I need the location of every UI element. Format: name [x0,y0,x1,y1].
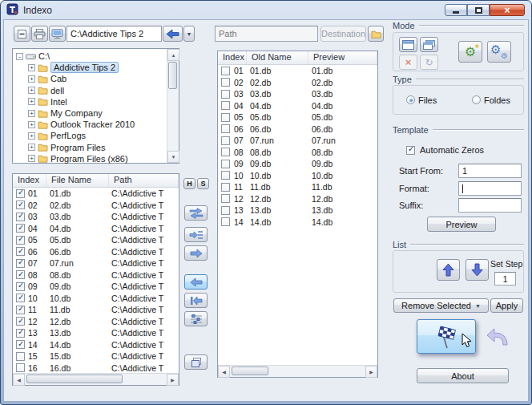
tree-item[interactable]: +Intel [14,96,166,107]
file-row[interactable]: 1414.dbC:\Addictive T [13,339,179,351]
row-checkbox[interactable] [16,306,25,314]
mode-auto-config-button[interactable]: ⚙★ [458,41,482,63]
row-checkbox[interactable] [221,124,230,133]
maximize-button[interactable] [467,4,490,16]
row-checkbox[interactable] [221,136,230,145]
column-header-preview[interactable]: Preview [308,51,377,64]
tree-item[interactable]: +dell [14,85,166,96]
row-checkbox[interactable] [221,78,230,87]
print-button[interactable] [31,26,48,42]
preview-row[interactable]: 0808.db08.db [218,147,377,159]
file-row[interactable]: 1111.dbC:\Addictive T [13,304,179,316]
about-button[interactable]: About [417,368,509,383]
file-row[interactable]: 1313.dbC:\Addictive T [13,327,179,339]
row-checkbox[interactable] [16,224,25,233]
scroll-track[interactable] [25,374,167,385]
address-input[interactable] [66,26,162,42]
expand-minus-icon[interactable]: - [16,53,23,60]
preview-row[interactable]: 0707.run07.run [218,135,377,147]
mode-rename-button[interactable] [399,37,417,52]
tree-scrollbar[interactable]: ▲ ▼ [167,49,179,163]
remove-selected-button[interactable]: Remove Selected▼ [393,298,489,313]
type-radio-option[interactable]: Foldes [472,95,510,105]
preview-row[interactable]: 1212.db12.db [218,193,377,205]
row-checkbox[interactable] [16,200,25,209]
row-checkbox[interactable] [16,282,25,291]
automatic-zeros-option[interactable]: Automatic Zeros [406,145,484,155]
header-s-button[interactable]: S [197,178,209,189]
expand-plus-icon[interactable]: + [28,155,35,162]
format-input[interactable] [458,181,522,196]
row-checkbox[interactable] [221,183,230,192]
row-checkbox[interactable] [16,340,25,349]
preview-button[interactable]: Preview [427,217,496,232]
copy-button[interactable] [184,354,208,370]
preview-row[interactable]: 0505.db05.db [218,111,377,124]
insert-left-button[interactable] [184,293,208,308]
scroll-down-button[interactable]: ▼ [167,151,179,163]
browse-destination-button[interactable] [368,26,384,42]
scroll-thumb[interactable] [232,367,268,375]
close-button[interactable]: × [490,4,525,16]
suffix-input[interactable] [458,198,522,213]
file-row[interactable]: 0505.dbC:\Addictive T [13,234,179,246]
tree-item[interactable]: +Addictive Tips 2 [14,62,166,73]
expand-plus-icon[interactable]: + [28,87,35,94]
file-row[interactable]: 1212.dbC:\Addictive T [13,316,179,328]
scroll-right-button[interactable]: ▶ [167,374,179,386]
row-checkbox[interactable] [221,160,230,168]
row-checkbox[interactable] [221,113,230,122]
scroll-thumb[interactable] [168,62,177,89]
expand-plus-icon[interactable]: + [28,132,35,140]
row-checkbox[interactable] [221,194,230,203]
row-checkbox[interactable] [16,259,25,268]
file-row[interactable]: 0404.dbC:\Addictive T [13,223,179,235]
move-down-button[interactable] [466,259,489,281]
file-row[interactable]: 0808.dbC:\Addictive T [13,269,179,281]
tree-item[interactable]: +My Company [14,107,166,119]
file-row[interactable]: 0101.dbC:\Addictive T [13,188,179,200]
scroll-track[interactable] [230,366,365,377]
row-checkbox[interactable] [16,236,25,245]
scroll-up-button[interactable]: ▲ [167,49,179,61]
row-checkbox[interactable] [16,317,25,326]
radio-icon[interactable] [406,95,415,104]
file-row[interactable]: 1515.dbC:\Addictive T [13,350,179,362]
row-checkbox[interactable] [16,270,25,279]
start-rename-button[interactable] [417,319,476,354]
remove-path-button[interactable] [14,26,30,42]
file-list-hscrollbar[interactable]: ◀ ▶ [13,373,179,385]
row-checkbox[interactable] [221,67,230,75]
preview-row[interactable]: 0101.db01.db [218,65,377,77]
preview-row[interactable]: 1010.db10.db [218,170,377,182]
go-back-button[interactable] [163,26,183,42]
set-step-input[interactable] [494,272,516,286]
preview-row[interactable]: 1313.db13.db [218,205,377,217]
expand-plus-icon[interactable]: + [28,64,35,71]
row-checkbox[interactable] [16,363,25,372]
mode-settings-button[interactable]: ⚙⚙ [487,41,511,63]
column-header-index[interactable]: Index [218,51,247,64]
tree-item[interactable]: +Outlook Tracker 2010 [14,119,166,130]
radio-icon[interactable] [472,95,481,104]
file-row[interactable]: 0303.dbC:\Addictive T [13,211,179,223]
scroll-right-button[interactable]: ▶ [365,366,377,378]
preview-row[interactable]: 0202.db02.db [218,77,377,89]
expand-plus-icon[interactable]: + [28,98,35,105]
scroll-left-button[interactable]: ◀ [13,374,25,386]
minimize-button[interactable] [445,4,467,16]
move-right-button[interactable] [184,245,208,261]
row-checkbox[interactable] [16,329,25,338]
column-header-oldname[interactable]: Old Name [247,51,308,64]
column-header-filename[interactable]: File Name [46,174,109,187]
file-row[interactable]: 0202.dbC:\Addictive T [13,200,179,212]
row-checkbox[interactable] [221,217,230,226]
column-header-index[interactable]: Index [13,174,46,187]
row-checkbox[interactable] [221,206,230,215]
options-button[interactable] [184,311,208,326]
header-h-button[interactable]: H [183,178,195,189]
undo-button[interactable] [481,322,516,352]
mode-cascade-button[interactable] [420,37,438,52]
move-left-button[interactable] [184,274,208,290]
automatic-zeros-checkbox[interactable] [406,146,415,155]
